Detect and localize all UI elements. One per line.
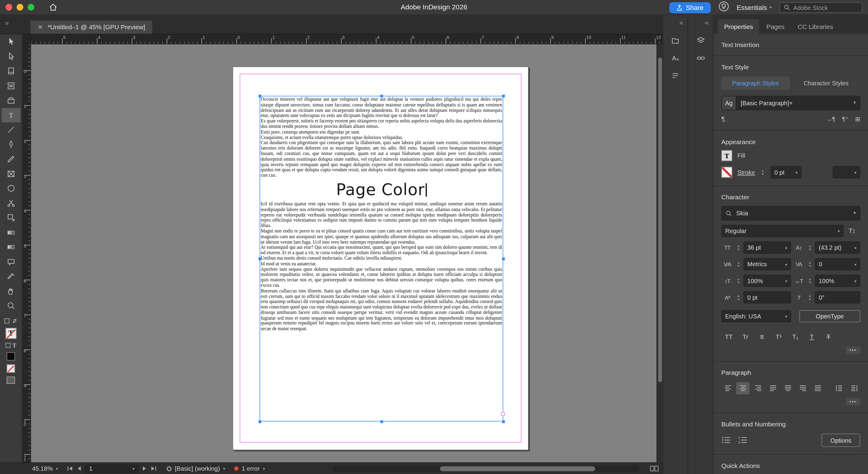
lowercase-button[interactable]: tt [754,331,770,343]
strikethrough-button[interactable]: T [821,331,836,343]
numbered-list-icon[interactable]: 12 [738,436,748,445]
skew-stepper[interactable]: ▲▼ [807,294,812,300]
justify-last-center-button[interactable] [781,382,795,394]
selection-handle[interactable] [258,95,261,97]
horizontal-scrollbar[interactable] [332,466,640,472]
gradient-swatch-tool[interactable] [1,225,20,240]
preflight-profile-dropdown[interactable]: [Basic] (working) ▾ [167,465,225,472]
stroke-weight-field[interactable]: 0 pt ▾ [770,166,801,178]
kerning-field[interactable]: Metrics▾ [744,258,791,270]
close-tab-icon[interactable]: ✕ [38,24,43,31]
stroke-swatch[interactable] [721,167,733,178]
leading-field[interactable]: (43.2 pt)▾ [815,241,861,254]
superscript-button[interactable]: T¹ [771,331,786,343]
workspace-switcher[interactable]: Essentials ▾ [737,4,772,11]
language-dropdown[interactable]: English: USA ▾ [721,310,791,322]
free-transform-tool[interactable] [1,210,20,225]
screen-mode-icon[interactable] [7,376,15,384]
vertical-scale-stepper[interactable]: ▲▼ [736,278,741,284]
font-family-dropdown[interactable]: Skia ▾ [721,206,860,220]
page-number-field[interactable]: 1 ▾ [85,464,138,473]
font-size-stepper[interactable]: ▲▼ [736,244,741,250]
document-page[interactable]: Occuscie ntiorero vel illuptatur aut que… [232,66,529,450]
indent-end-button[interactable] [847,382,860,394]
spread-view-icon[interactable] [650,465,658,473]
small-caps-button[interactable]: Tr [738,331,753,343]
selection-tool[interactable] [1,34,20,49]
horizontal-ruler[interactable]: 543210123456789101112 [31,34,663,44]
skew-field[interactable]: 0° [815,291,861,303]
all-caps-button[interactable]: TT [721,331,736,343]
home-icon[interactable] [49,3,58,11]
stroke-weight-stepper[interactable]: ▲▼ [760,169,765,175]
align-center-button[interactable] [736,382,749,394]
kerning-stepper[interactable]: ▲▼ [736,261,741,267]
collapse-dock-icon[interactable]: « [705,19,709,27]
content-collector-tool[interactable] [1,93,20,108]
tab-cc-libraries[interactable]: CC Libraries [792,19,839,34]
eyedropper-tool[interactable] [1,269,20,284]
zoom-level-dropdown[interactable]: 45.18% ▾ [32,465,58,472]
more-paragraph-options-icon[interactable]: ••• [846,398,861,406]
horizontal-scale-stepper[interactable]: ▲▼ [807,278,812,284]
formatting-affects-text-icon[interactable]: T [13,343,16,348]
page-tool[interactable] [1,64,20,79]
next-page-icon[interactable] [142,466,147,471]
scissors-tool[interactable] [1,196,20,210]
layers-panel-icon[interactable] [691,34,710,47]
paragraph-mark-icon[interactable]: ¶, [721,115,726,123]
previous-page-icon[interactable] [77,466,82,471]
vertical-scrollbar-thumb[interactable] [658,58,662,382]
text-frame[interactable]: Occuscie ntiorero vel illuptatur aut que… [259,96,503,421]
selection-handle[interactable] [502,420,505,423]
baseline-shift-field[interactable]: 0 pt [744,291,791,303]
font-size-field[interactable]: 36 pt▾ [744,241,791,254]
clear-overrides-icon[interactable]: ⊞ [855,116,860,123]
text-frame-out-port[interactable] [501,412,505,416]
selection-handle[interactable] [380,420,383,423]
preflight-error-dropdown[interactable]: 1 error ▾ [234,465,265,472]
align-right-button[interactable] [751,382,764,394]
redefine-style-icon[interactable]: →¶ [826,116,835,123]
new-style-icon[interactable]: ¶⁺ [842,116,849,123]
share-button[interactable]: Share [669,2,711,13]
selection-handle[interactable] [258,420,261,423]
text-frame-content[interactable]: Occuscie ntiorero vel illuptatur aut que… [260,96,502,421]
ellipse-tool[interactable] [1,181,20,196]
zoom-tool[interactable] [1,298,20,313]
close-window-button[interactable] [5,4,12,10]
apply-none-swatch[interactable] [7,364,15,373]
tab-character-styles[interactable]: Character Styles [792,76,860,90]
hand-tool[interactable] [1,284,20,298]
bullets-options-button[interactable]: Options [822,434,860,447]
horizontal-scale-field[interactable]: 100%▾ [815,275,861,287]
gradient-feather-tool[interactable] [1,240,20,255]
baseline-shift-stepper[interactable]: ▲▼ [736,294,741,300]
text-fill-proxy-swatch[interactable]: T [5,327,16,338]
bullet-list-icon[interactable] [721,436,731,445]
selection-handle[interactable] [258,258,261,260]
fill-swatch[interactable]: T [721,150,733,161]
justify-all-button[interactable] [811,382,824,394]
pencil-tool[interactable] [1,152,20,167]
adobe-stock-search[interactable]: Adobe Stock [779,2,863,13]
tab-paragraph-styles[interactable]: Paragraph Styles [721,76,789,90]
formatting-affects-container-icon[interactable] [5,343,10,348]
paragraph-style-dropdown[interactable]: Ag [Basic Paragraph]+ ▾ [721,96,860,110]
document-tab[interactable]: ✕ *Untitled–1 @ 45% [GPU Preview] [30,21,152,34]
tab-properties[interactable]: Properties [718,19,759,34]
character-settings-icon[interactable]: T↕ [844,227,860,235]
tracking-field[interactable]: 0▾ [815,258,861,270]
stroke-label[interactable]: Stroke [738,169,755,176]
zoom-window-button[interactable] [28,4,34,10]
justify-last-left-button[interactable] [766,382,779,394]
pen-tool[interactable] [1,137,20,152]
type-tool[interactable]: T [1,108,20,122]
toolbar-expand-icon[interactable]: » [5,19,9,27]
ruler-origin-corner[interactable] [22,34,31,44]
pages-panel-icon[interactable] [666,34,685,47]
mini-fill-stroke-icon[interactable] [4,318,9,323]
font-style-dropdown[interactable]: Regular ▾ [721,225,844,237]
rectangle-frame-tool[interactable] [1,167,20,181]
selection-handle[interactable] [502,258,505,260]
